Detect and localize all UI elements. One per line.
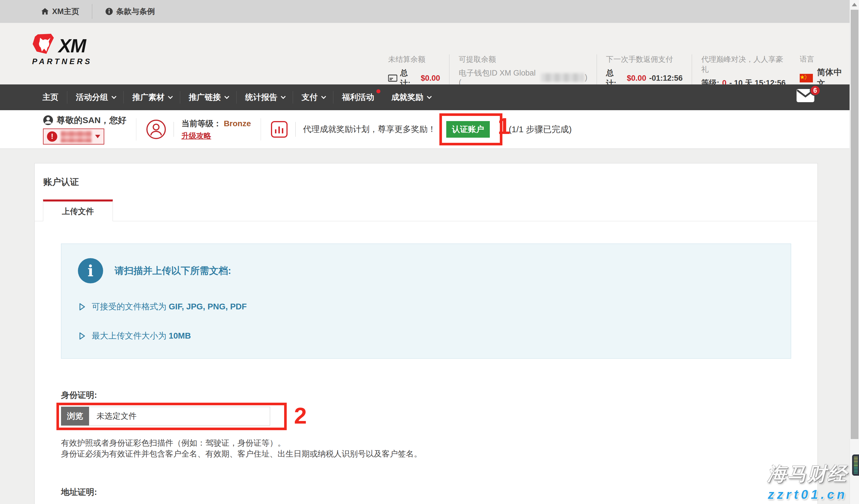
- unsettled-label: 未结算余额: [388, 54, 440, 64]
- notification-dot: [376, 89, 380, 93]
- identity-help-line2: 身份证必须为有效证件并包含客户全名、有效期、客户住址、出生日期或纳税人识别号以及…: [61, 448, 791, 459]
- nav-item-benefits[interactable]: 福利活动: [333, 91, 383, 104]
- xm-partners-logo: XM PARTNERS: [32, 34, 92, 66]
- account-dropdown[interactable]: !: [43, 128, 104, 144]
- scroll-up-arrow-icon[interactable]: [852, 3, 857, 6]
- tab-upload-files[interactable]: 上传文件: [43, 200, 113, 221]
- tab-bar: 上传文件: [35, 200, 817, 221]
- rebate-countdown: -01:12:56: [649, 74, 682, 83]
- nav-item-label: 成就奖励: [391, 92, 423, 103]
- nav-item-activity-groups[interactable]: 活动分组: [67, 91, 123, 104]
- info-box: i 请扫描并上传以下所需文档: 可接受的文件格式为 GIF, JPG, PNG,…: [61, 243, 791, 359]
- verification-panel: 账户认证 上传文件 i 请扫描并上传以下所需文档: 可接受的文件格式为 GIF,…: [34, 163, 818, 504]
- annotation-number-2: 2: [294, 405, 307, 427]
- nav-item-statistics[interactable]: 统计报告: [237, 91, 293, 104]
- unsettled-balance-block: 未结算余额 总计: $0.00: [388, 54, 440, 89]
- verify-account-button[interactable]: 认证账户: [446, 121, 490, 138]
- alert-icon: !: [47, 131, 57, 142]
- identity-proof-label: 身份证明:: [61, 390, 791, 401]
- scrollbar-thumb[interactable]: [851, 10, 858, 439]
- scrollbar[interactable]: [849, 0, 859, 504]
- triangle-bullet-icon: [79, 303, 85, 311]
- china-flag-icon: [800, 74, 813, 82]
- upgrade-guide-link[interactable]: 升级攻略: [181, 131, 251, 141]
- nav-item-achievements[interactable]: 成就奖励: [383, 91, 439, 104]
- rebate-total-value: $0.00: [627, 74, 647, 83]
- wallet-id-prefix: 电子钱包ID XM Global (: [458, 68, 540, 87]
- terms-link-label: 条款与条例: [116, 6, 155, 17]
- mail-badge: 6: [810, 85, 820, 96]
- page-title: 账户认证: [35, 163, 817, 188]
- chevron-down-icon: [111, 94, 116, 99]
- nav-item-payments[interactable]: 支付: [293, 91, 333, 104]
- stats-divider: [692, 54, 692, 88]
- home-icon: [41, 7, 49, 16]
- logo-brand-text: XM: [58, 37, 86, 54]
- next-rebate-label: 下一次手数返佣支付: [606, 54, 683, 64]
- userbar-divider: [136, 118, 136, 141]
- identity-file-input-group: 浏览 未选定文件 2: [61, 407, 270, 426]
- info-heading: 请扫描并上传以下所需文档:: [115, 265, 231, 277]
- chevron-down-icon: [168, 94, 173, 99]
- achievement-promo-text: 代理成就奖励计划，尊享更多奖励！: [303, 124, 436, 135]
- mail-button[interactable]: 6: [797, 88, 816, 104]
- nav-item-label: 支付: [302, 92, 318, 103]
- home-link-label: XM主页: [52, 6, 79, 17]
- annotation-number-1: 1: [498, 115, 511, 138]
- info-bullet-formats: 可接受的文件格式为 GIF, JPG, PNG, PDF: [79, 301, 774, 313]
- nav-item-label: 活动分组: [76, 92, 108, 103]
- welcome-text: 尊敬的SAN，您好: [57, 114, 126, 126]
- bullet2-text: 最大上传文件大小为: [92, 331, 166, 340]
- card-icon: [388, 75, 397, 82]
- bar-chart-icon: [271, 121, 288, 138]
- floating-extension-widget[interactable]: [852, 455, 859, 476]
- wallet-id-redacted: [541, 73, 584, 82]
- steps-completed-text: (1/1 步骤已完成): [509, 124, 572, 136]
- address-proof-label: 地址证明:: [61, 487, 791, 498]
- account-id-redacted: [61, 130, 92, 143]
- user-bar: 尊敬的SAN，您好 ! 当前等级： Bronze 升级攻略 代理成就奖励计划，尊…: [0, 110, 859, 149]
- chevron-down-icon: [321, 94, 326, 99]
- info-icon: [105, 7, 114, 16]
- file-input[interactable]: 未选定文件: [89, 407, 270, 426]
- nav-item-label: 福利活动: [342, 92, 374, 103]
- nav-item-label: 推广素材: [132, 92, 164, 103]
- identity-help-line1: 有效护照或者身份证彩色扫描件（例如：驾驶证，身份证等）。: [61, 438, 791, 448]
- chevron-down-icon: [224, 94, 229, 99]
- header: XM PARTNERS 未结算余额 总计: $0.00 可提取余额 电子钱包ID…: [0, 23, 859, 84]
- promo-label: 代理巅峰对决，人人享豪礼: [701, 54, 790, 75]
- userbar-divider: [174, 122, 174, 137]
- user-icon: [43, 115, 53, 125]
- identity-help-text: 有效护照或者身份证彩色扫描件（例如：驾驶证，身份证等）。 身份证必须为有效证件并…: [61, 438, 791, 459]
- unsettled-total-value: $0.00: [421, 74, 440, 83]
- terms-link[interactable]: 条款与条例: [105, 6, 155, 17]
- nav-item-label: 主页: [42, 92, 58, 103]
- level-value: Bronze: [224, 119, 251, 128]
- topbar-divider: [92, 4, 92, 19]
- bullet1-text: 可接受的文件格式为: [92, 302, 166, 311]
- nav-item-label: 统计报告: [245, 92, 277, 103]
- info-bullet-size: 最大上传文件大小为 10MB: [79, 330, 774, 342]
- withdrawable-label: 可提取余额: [458, 54, 587, 64]
- home-link[interactable]: XM主页: [41, 6, 79, 17]
- top-utility-bar: XM主页 条款与条例: [0, 0, 859, 23]
- nav-item-label: 推广链接: [189, 92, 221, 103]
- stats-divider: [597, 54, 597, 88]
- main-nav: 主页 活动分组 推广素材 推广链接 统计报告 支付 福利活动 成就奖励 6: [0, 84, 859, 110]
- logo-sub-text: PARTNERS: [32, 57, 92, 66]
- nav-item-promo-links[interactable]: 推广链接: [180, 91, 236, 104]
- page-content: 账户认证 上传文件 i 请扫描并上传以下所需文档: 可接受的文件格式为 GIF,…: [0, 149, 859, 504]
- bullet2-size: 10MB: [169, 331, 191, 340]
- avatar-icon: [146, 119, 166, 139]
- chevron-down-icon: [281, 94, 286, 99]
- nav-item-promo-materials[interactable]: 推广素材: [124, 91, 180, 104]
- chevron-down-icon: [427, 94, 432, 99]
- xm-bull-icon: [32, 34, 57, 54]
- nav-item-home[interactable]: 主页: [34, 91, 67, 104]
- wallet-id-suffix: ): [585, 73, 587, 82]
- browse-button[interactable]: 浏览: [61, 407, 89, 426]
- level-label: 当前等级：: [181, 119, 222, 128]
- info-circle-icon: i: [78, 258, 103, 283]
- chevron-down-icon: [95, 135, 100, 138]
- triangle-bullet-icon: [79, 332, 85, 340]
